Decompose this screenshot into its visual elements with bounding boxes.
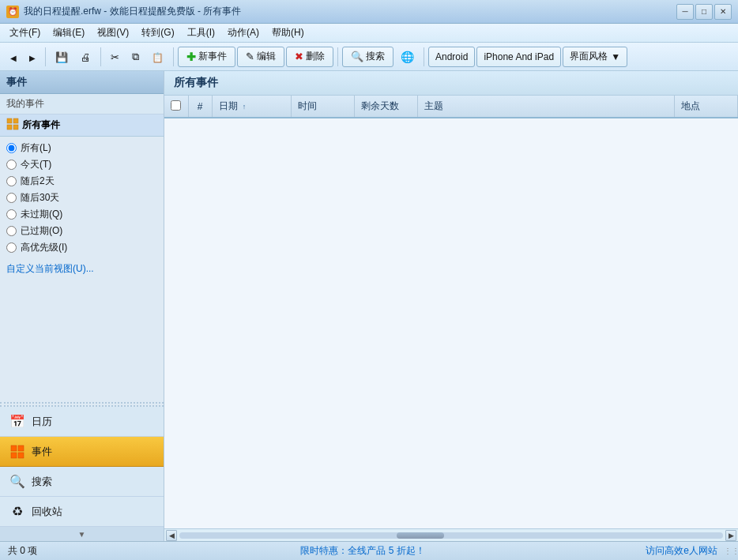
search-nav-icon: 🔍: [9, 474, 25, 490]
scroll-track[interactable]: [179, 532, 723, 539]
iphone-sync-button[interactable]: iPhone And iPad: [476, 47, 561, 67]
events-table-container[interactable]: # 日期 ↑ 时间 剩余天数 主题: [164, 96, 738, 528]
edit-event-button[interactable]: ✎ 编辑: [237, 47, 284, 67]
toolbar-forward-button[interactable]: [24, 46, 41, 68]
sidebar-all-events-item[interactable]: 所有事件: [0, 115, 164, 137]
filter-high-radio[interactable]: [6, 242, 17, 253]
search-icon: 🔍: [351, 51, 363, 62]
delete-icon: ✖: [295, 51, 303, 62]
menu-goto[interactable]: 转到(G): [135, 25, 180, 41]
filter-high-label: 高优先级(I): [21, 241, 67, 254]
events-icon: [9, 444, 25, 460]
filter-unexpired-radio[interactable]: [6, 209, 17, 220]
filter-high-priority[interactable]: 高优先级(I): [6, 241, 157, 254]
title-bar: ⏰ 我的日程提醒.erfw - 效能日程提醒免费版 - 所有事件 ─ □ ✕: [0, 0, 738, 24]
close-button[interactable]: ✕: [714, 4, 732, 20]
filter-all[interactable]: 所有(L): [6, 141, 157, 155]
title-bar-controls: ─ □ ✕: [676, 4, 732, 20]
all-events-label: 所有事件: [22, 118, 60, 132]
new-event-button[interactable]: ✚ 新事件: [178, 47, 235, 67]
filter-2days-radio[interactable]: [6, 176, 17, 186]
column-header-time[interactable]: 时间: [291, 96, 354, 118]
menu-help[interactable]: 帮助(H): [265, 25, 311, 41]
filter-expired[interactable]: 已过期(O): [6, 224, 157, 238]
title-bar-left: ⏰ 我的日程提醒.erfw - 效能日程提醒免费版 - 所有事件: [6, 5, 241, 18]
toolbar-copy-button[interactable]: [126, 46, 145, 68]
search-button[interactable]: 🔍 搜索: [342, 47, 393, 67]
toolbar-globe-button[interactable]: 🌐: [395, 46, 420, 68]
toolbar-separator-5: [424, 47, 424, 66]
svg-rect-7: [18, 453, 24, 458]
horizontal-scrollbar[interactable]: ◀ ▶: [164, 528, 738, 541]
edit-label: 编辑: [257, 50, 276, 63]
print-icon: [81, 51, 91, 63]
content-area: 所有事件 # 日期 ↑: [164, 71, 738, 541]
svg-rect-3: [13, 125, 18, 130]
svg-rect-4: [11, 445, 17, 451]
ui-style-button[interactable]: 界面风格 ▼: [563, 47, 627, 67]
select-all-checkbox[interactable]: [171, 100, 181, 111]
filter-30days[interactable]: 随后30天: [6, 191, 157, 205]
sidebar-nav-search[interactable]: 🔍 搜索: [0, 467, 164, 497]
filter-30days-radio[interactable]: [6, 193, 17, 203]
menu-file[interactable]: 文件(F): [3, 25, 47, 41]
status-website: 访问高效e人网站: [631, 544, 725, 558]
filter-today-radio[interactable]: [6, 160, 17, 170]
toolbar-separator-3: [173, 47, 174, 66]
status-bar: 共 0 项 限时特惠：全线产品 5 折起！ 访问高效e人网站 ⋮⋮: [0, 541, 738, 560]
iphone-label: iPhone And iPad: [484, 51, 554, 62]
sidebar-nav-trash[interactable]: ♻ 回收站: [0, 497, 164, 527]
save-icon: [55, 51, 68, 63]
style-label: 界面风格: [570, 50, 608, 63]
scroll-thumb[interactable]: [397, 532, 444, 539]
android-label: Android: [435, 51, 468, 62]
filter-2days[interactable]: 随后2天: [6, 175, 157, 188]
menu-view[interactable]: 视图(V): [91, 25, 135, 41]
globe-icon: 🌐: [401, 51, 414, 63]
toolbar-save-button[interactable]: [50, 46, 73, 68]
filter-today[interactable]: 今天(T): [6, 158, 157, 171]
date-sort-arrow: ↑: [243, 103, 247, 111]
menu-edit[interactable]: 编辑(E): [47, 25, 91, 41]
filter-2days-label: 随后2天: [21, 175, 55, 188]
minimize-button[interactable]: ─: [676, 4, 694, 20]
delete-label: 删除: [306, 50, 325, 63]
promo-link[interactable]: 限时特惠：全线产品 5 折起！: [300, 545, 424, 556]
sidebar-scroll-down[interactable]: ▼: [0, 527, 164, 541]
svg-rect-2: [7, 125, 12, 130]
maximize-button[interactable]: □: [695, 4, 713, 20]
filter-unexpired[interactable]: 未过期(Q): [6, 208, 157, 221]
filter-expired-radio[interactable]: [6, 226, 17, 236]
toolbar-cut-button[interactable]: [105, 46, 125, 68]
column-header-subject[interactable]: 主题: [417, 96, 675, 118]
scroll-left-button[interactable]: ◀: [166, 530, 177, 541]
toolbar-paste-button[interactable]: [146, 46, 169, 68]
toolbar-separator-2: [100, 47, 101, 66]
column-header-num[interactable]: #: [188, 96, 212, 118]
filter-expired-label: 已过期(O): [21, 224, 62, 238]
resize-grip[interactable]: ⋮⋮: [725, 542, 738, 561]
toolbar-print-button[interactable]: [75, 46, 96, 68]
column-header-days[interactable]: 剩余天数: [354, 96, 417, 118]
scroll-right-button[interactable]: ▶: [725, 530, 736, 541]
android-sync-button[interactable]: Android: [428, 47, 475, 67]
calendar-icon: 📅: [9, 414, 25, 430]
sidebar-nav-calendar[interactable]: 📅 日历: [0, 407, 164, 437]
svg-rect-5: [18, 445, 24, 451]
menu-tools[interactable]: 工具(I): [181, 25, 221, 41]
column-header-location[interactable]: 地点: [675, 96, 738, 118]
events-table: # 日期 ↑ 时间 剩余天数 主题: [164, 96, 738, 118]
column-header-date[interactable]: 日期 ↑: [212, 96, 291, 118]
customize-view-link[interactable]: 自定义当前视图(U)...: [0, 259, 164, 279]
copy-icon: [132, 50, 139, 63]
table-header-row: # 日期 ↑ 时间 剩余天数 主题: [164, 96, 738, 118]
website-link[interactable]: 访问高效e人网站: [646, 545, 717, 556]
menu-action[interactable]: 动作(A): [221, 25, 265, 41]
sidebar-nav-events[interactable]: 事件: [0, 437, 164, 467]
delete-event-button[interactable]: ✖ 删除: [286, 47, 333, 67]
toolbar-back-button[interactable]: [5, 46, 22, 68]
filter-all-radio[interactable]: [6, 143, 17, 153]
column-header-check[interactable]: [164, 96, 188, 118]
toolbar-separator-4: [337, 47, 338, 66]
sidebar-nav-calendar-label: 日历: [32, 415, 52, 429]
